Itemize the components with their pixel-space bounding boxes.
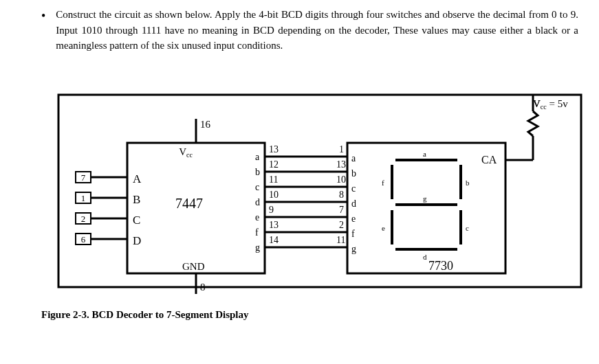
svg-text:A: A (133, 172, 142, 185)
svg-text:e: e (255, 212, 259, 223)
bullet-icon: • (21, 7, 45, 22)
display-input-labels: a b c d e f g (351, 153, 356, 254)
svg-text:10: 10 (336, 174, 346, 185)
gnd-label: GND (182, 261, 205, 272)
svg-text:13: 13 (336, 159, 346, 170)
svg-text:9: 9 (269, 205, 274, 215)
ca-label: CA (481, 154, 497, 166)
svg-text:a: a (351, 153, 356, 163)
svg-text:1: 1 (81, 193, 86, 203)
svg-text:13: 13 (269, 144, 279, 155)
decoder-inputs: 7 A 1 B 2 C 6 D (76, 172, 142, 247)
svg-text:13: 13 (269, 220, 279, 230)
svg-text:10: 10 (269, 190, 279, 200)
svg-text:b: b (351, 168, 356, 179)
svg-text:b: b (466, 179, 470, 187)
svg-text:7: 7 (81, 172, 86, 183)
svg-text:6: 6 (81, 234, 86, 244)
svg-text:C: C (133, 214, 140, 227)
circuit-diagram: V Vcc = 5v 7447 16 Vcc 8 GND 7 A 1 B 2 C… (52, 88, 578, 297)
svg-text:a: a (423, 150, 426, 158)
pin-8: 8 (200, 282, 206, 293)
circuit-border (58, 95, 581, 287)
svg-text:7: 7 (339, 205, 344, 215)
svg-text:2: 2 (339, 220, 344, 230)
pin-16: 16 (200, 119, 211, 130)
svg-text:12: 12 (269, 159, 279, 170)
svg-text:a: a (255, 152, 260, 162)
svg-text:e: e (351, 214, 356, 224)
svg-text:d: d (423, 253, 427, 261)
svg-text:b: b (255, 167, 260, 177)
instruction-text: Construct the circuit as shown below. Ap… (56, 7, 578, 54)
svg-text:c: c (466, 224, 469, 232)
svg-text:D: D (133, 234, 141, 247)
resistor-icon (528, 111, 538, 136)
svg-text:g: g (351, 244, 356, 254)
decoder-outputs: a 13 1 b 12 13 c 11 10 d 10 8 e 9 7 f 13… (255, 144, 347, 253)
svg-text:B: B (133, 193, 140, 206)
svg-text:c: c (255, 182, 259, 192)
svg-text:f: f (382, 179, 384, 187)
seven-segment-icon: a f b g e c d (382, 150, 470, 261)
instruction-item: • Construct the circuit as shown below. … (21, 7, 578, 54)
svg-text:e: e (382, 224, 385, 232)
display-name: 7730 (428, 259, 453, 273)
svg-text:g: g (255, 242, 260, 253)
svg-text:f: f (255, 227, 259, 238)
svg-text:11: 11 (336, 235, 345, 245)
svg-text:g: g (423, 194, 427, 203)
vcc-pin-label: Vcc (179, 146, 193, 159)
figure-caption: Figure 2-3. BCD Decoder to 7-Segment Dis… (41, 309, 578, 321)
svg-text:11: 11 (269, 174, 278, 185)
svg-text:Vcc = 5v: Vcc = 5v (533, 98, 568, 111)
decoder-name: 7447 (175, 196, 203, 211)
svg-text:f: f (351, 229, 355, 239)
svg-text:c: c (351, 183, 356, 194)
svg-text:8: 8 (339, 190, 344, 200)
svg-text:14: 14 (269, 235, 279, 245)
svg-text:1: 1 (339, 144, 344, 155)
svg-text:d: d (255, 197, 260, 207)
svg-text:2: 2 (81, 214, 86, 224)
svg-text:d: d (351, 198, 356, 209)
